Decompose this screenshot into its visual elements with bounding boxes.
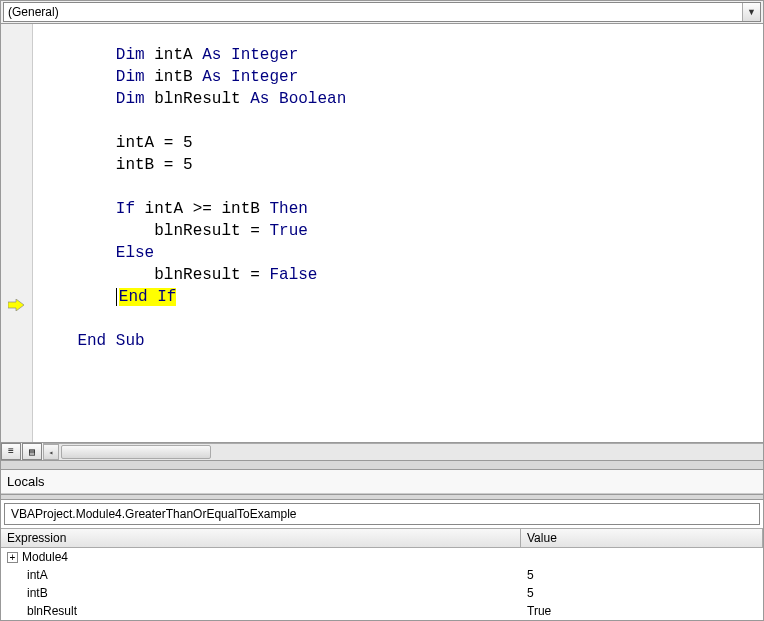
procedure-view-button[interactable]: ≡ [1, 443, 21, 460]
locals-row[interactable]: intB5 [1, 584, 763, 602]
svg-marker-0 [8, 299, 24, 311]
horizontal-scrollbar[interactable]: ◂ [43, 443, 763, 460]
pane-splitter[interactable] [1, 460, 763, 470]
locals-row[interactable]: intA5 [1, 566, 763, 584]
locals-expression-cell: intB [1, 586, 521, 600]
code-line[interactable] [39, 110, 763, 132]
code-line[interactable]: Dim blnResult As Boolean [39, 88, 763, 110]
locals-value-cell: True [521, 604, 763, 618]
locals-pane-title: Locals [1, 470, 763, 494]
locals-header-expression[interactable]: Expression [1, 529, 521, 547]
object-dropdown-value: (General) [8, 5, 59, 19]
code-line[interactable]: If intA >= intB Then [39, 198, 763, 220]
locals-splitter[interactable] [1, 494, 763, 500]
scroll-left-button[interactable]: ◂ [43, 444, 59, 460]
code-line[interactable]: Dim intA As Integer [39, 44, 763, 66]
code-line[interactable] [39, 308, 763, 330]
code-line[interactable]: intA = 5 [39, 132, 763, 154]
locals-context: VBAProject.Module4.GreaterThanOrEqualToE… [4, 503, 760, 525]
view-row: ≡ ▤ ◂ [1, 442, 763, 460]
object-dropdown[interactable]: (General) ▼ [3, 2, 761, 22]
code-line[interactable]: intB = 5 [39, 154, 763, 176]
locals-row[interactable]: +Module4 [1, 548, 763, 566]
locals-value-cell: 5 [521, 568, 763, 582]
scroll-thumb[interactable] [61, 445, 211, 459]
chevron-down-icon[interactable]: ▼ [742, 3, 760, 21]
object-dropdown-row: (General) ▼ [1, 1, 763, 24]
locals-expression-cell: blnResult [1, 604, 521, 618]
full-module-view-button[interactable]: ▤ [22, 443, 42, 460]
code-editor[interactable]: Dim intA As Integer Dim intB As Integer … [1, 24, 763, 442]
execution-pointer-icon [7, 298, 25, 312]
locals-row[interactable]: blnResultTrue [1, 602, 763, 620]
code-line[interactable]: Dim intB As Integer [39, 66, 763, 88]
code-line[interactable]: End If [39, 286, 763, 308]
locals-value-cell: 5 [521, 586, 763, 600]
expand-icon[interactable]: + [7, 552, 18, 563]
locals-expression-cell: +Module4 [1, 550, 521, 564]
locals-header: Expression Value [1, 528, 763, 548]
locals-expression-cell: intA [1, 568, 521, 582]
editor-gutter [1, 24, 33, 442]
code-line[interactable]: blnResult = False [39, 264, 763, 286]
locals-header-value[interactable]: Value [521, 529, 763, 547]
code-line[interactable]: End Sub [39, 330, 763, 352]
locals-body[interactable]: +Module4intA5intB5blnResultTrue [1, 548, 763, 620]
code-line[interactable] [39, 176, 763, 198]
code-line[interactable]: blnResult = True [39, 220, 763, 242]
code-line[interactable]: Else [39, 242, 763, 264]
code-body[interactable]: Dim intA As Integer Dim intB As Integer … [33, 24, 763, 442]
